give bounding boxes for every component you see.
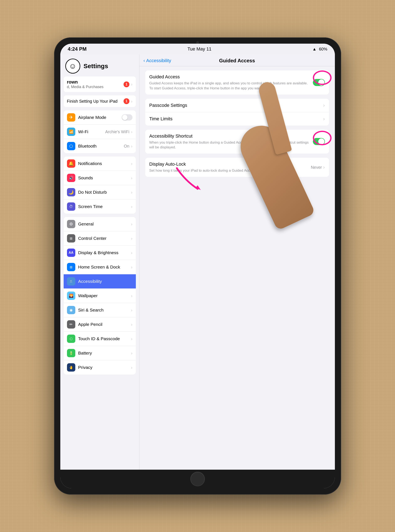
sidebar-item-donotdisturb[interactable]: 🌙 Do Not Disturb › [64, 185, 136, 199]
sounds-icon: 🔊 [67, 174, 75, 182]
finish-badge: 1 [124, 98, 129, 104]
sidebar-item-touchid[interactable]: ⬡ Touch ID & Passcode › [64, 332, 136, 346]
siri-icon: ◉ [67, 306, 75, 314]
general-label: General [78, 221, 131, 226]
autolock-desc: Set how long it takes your iPad to auto-… [149, 168, 269, 173]
passcode-section: Passcode Settings › Time Limits › [145, 99, 329, 125]
wifi-label: Wi-Fi [78, 129, 105, 134]
sidebar-item-homescreen[interactable]: ⊞ Home Screen & Dock › [64, 260, 136, 274]
time-limits-row[interactable]: Time Limits › [145, 112, 329, 125]
nav-back-button[interactable]: ‹ Accessibility [143, 58, 171, 63]
sidebar-header: ☺ Settings [60, 54, 139, 76]
status-time: 4:24 PM [68, 46, 87, 52]
displaybrightness-chevron: › [131, 250, 132, 255]
user-subtitle: d, Media & Purchases [67, 85, 104, 89]
airplane-label: Airplane Mode [78, 115, 122, 120]
sidebar-item-privacy[interactable]: 🤚 Privacy › [64, 360, 136, 375]
sounds-chevron: › [131, 176, 132, 180]
general-icon: ⚙ [67, 220, 75, 228]
account-chevron: › [131, 82, 132, 87]
ipad-outer: 4:24 PM Tue May 11 ▲ 60% ☺ [54, 38, 341, 494]
accessibility-shortcut-toggle[interactable] [313, 138, 325, 145]
status-icons: ▲ 60% [313, 47, 327, 52]
wifi-icon-sidebar: 📶 [67, 128, 75, 136]
screentime-label: Screen Time [78, 204, 131, 209]
siri-label: Siri & Search [78, 307, 131, 312]
touchid-chevron: › [131, 336, 132, 341]
sounds-label: Sounds [78, 175, 131, 180]
privacy-chevron: › [131, 365, 132, 370]
battery-indicator: 60% [319, 47, 327, 52]
notifications-chevron: › [131, 161, 132, 166]
sidebar-item-wallpaper[interactable]: 🌄 Wallpaper › [64, 289, 136, 303]
guided-access-toggle[interactable] [313, 79, 325, 86]
accessibility-shortcut-row[interactable]: Accessibility Shortcut When you triple-c… [145, 130, 329, 154]
sidebar-item-screentime[interactable]: ⏱ Screen Time › [64, 199, 136, 214]
battery-label: Battery [78, 351, 131, 355]
back-label: Accessibility [146, 58, 171, 63]
airplane-icon: ✈ [67, 113, 75, 122]
accessibility-label: Accessibility [78, 279, 132, 284]
status-bar: 4:24 PM Tue May 11 ▲ 60% [60, 44, 335, 54]
sidebar-item-airplane[interactable]: ✈ Airplane Mode [64, 110, 136, 125]
account-badge: 1 [124, 81, 129, 87]
sidebar: ☺ Settings rown d, Media & Purchases [60, 54, 139, 470]
sidebar-item-general[interactable]: ⚙ General › [64, 217, 136, 231]
touchid-label: Touch ID & Passcode [78, 336, 131, 341]
donotdisturb-label: Do Not Disturb [78, 190, 131, 195]
controlcenter-label: Control Center [78, 236, 131, 241]
guided-access-desc: Guided Access keeps the iPad in a single… [149, 81, 309, 91]
accessibility-shortcut-title: Accessibility Shortcut [149, 133, 309, 139]
controlcenter-chevron: › [131, 236, 132, 241]
general-chevron: › [131, 222, 132, 226]
wifi-chevron: › [131, 129, 132, 134]
sidebar-item-battery[interactable]: 🔋 Battery › [64, 346, 136, 360]
applepencil-icon: ✏ [67, 320, 75, 328]
sidebar-item-bluetooth[interactable]: ⬡ Bluetooth On › [64, 139, 136, 153]
screentime-icon: ⏱ [67, 202, 75, 211]
finish-setup-label: Finish Setting Up Your iPad [67, 99, 118, 104]
autolock-section: Display Auto-Lock Set how long it takes … [145, 158, 329, 177]
airplane-toggle[interactable] [122, 114, 132, 121]
siri-chevron: › [131, 308, 132, 312]
guided-access-row[interactable]: Guided Access Guided Access keeps the iP… [145, 70, 329, 95]
sidebar-title: Settings [84, 63, 108, 70]
nav-bar: ‹ Accessibility Guided Access [139, 54, 335, 66]
ipad-screen: 4:24 PM Tue May 11 ▲ 60% ☺ [60, 44, 335, 488]
sidebar-item-controlcenter[interactable]: ⊞ Control Center › [64, 231, 136, 246]
screentime-chevron: › [131, 204, 132, 209]
time-limits-title: Time Limits [149, 116, 173, 122]
wallpaper-icon: 🌄 [67, 292, 75, 300]
displaybrightness-label: Display & Brightness [78, 250, 131, 255]
passcode-chevron: › [323, 102, 325, 108]
sidebar-item-sounds[interactable]: 🔊 Sounds › [64, 171, 136, 185]
detail-panel: ‹ Accessibility Guided Access Guided Acc… [139, 54, 335, 470]
accessibility-shortcut-section: Accessibility Shortcut When you triple-c… [145, 130, 329, 154]
bluetooth-chevron: › [131, 144, 132, 149]
privacy-label: Privacy [78, 365, 131, 370]
autolock-row[interactable]: Display Auto-Lock Set how long it takes … [145, 158, 329, 177]
back-chevron-icon: ‹ [143, 58, 145, 63]
user-name: rown [67, 79, 104, 85]
sidebar-item-wifi[interactable]: 📶 Wi-Fi Archie's WiFi › [64, 125, 136, 139]
passcode-settings-row[interactable]: Passcode Settings › [145, 99, 329, 112]
sidebar-item-applepencil[interactable]: ✏ Apple Pencil › [64, 317, 136, 332]
touchid-icon: ⬡ [67, 335, 75, 343]
wifi-value: Archie's WiFi [105, 129, 129, 134]
sidebar-item-displaybrightness[interactable]: AA Display & Brightness › [64, 246, 136, 260]
bluetooth-label: Bluetooth [78, 144, 124, 149]
sidebar-item-notifications[interactable]: 🔔 Notifications › [64, 156, 136, 171]
home-button[interactable] [190, 472, 205, 486]
accessibility-shortcut-desc: When you triple-click the Home button du… [149, 140, 309, 150]
finish-setup-row[interactable]: Finish Setting Up Your iPad 1 › [64, 95, 136, 107]
sidebar-item-siri[interactable]: ◉ Siri & Search › [64, 303, 136, 317]
passcode-settings-title: Passcode Settings [149, 103, 187, 108]
wifi-icon: ▲ [313, 47, 317, 52]
sidebar-item-accessibility[interactable]: ⎍ Accessibility [64, 274, 136, 289]
nav-title: Guided Access [219, 58, 255, 64]
homescreen-icon: ⊞ [67, 263, 75, 271]
guided-access-title: Guided Access [149, 74, 309, 80]
user-account-row[interactable]: rown d, Media & Purchases 1 › [64, 76, 136, 92]
homescreen-label: Home Screen & Dock [78, 264, 131, 269]
homescreen-chevron: › [131, 265, 132, 269]
